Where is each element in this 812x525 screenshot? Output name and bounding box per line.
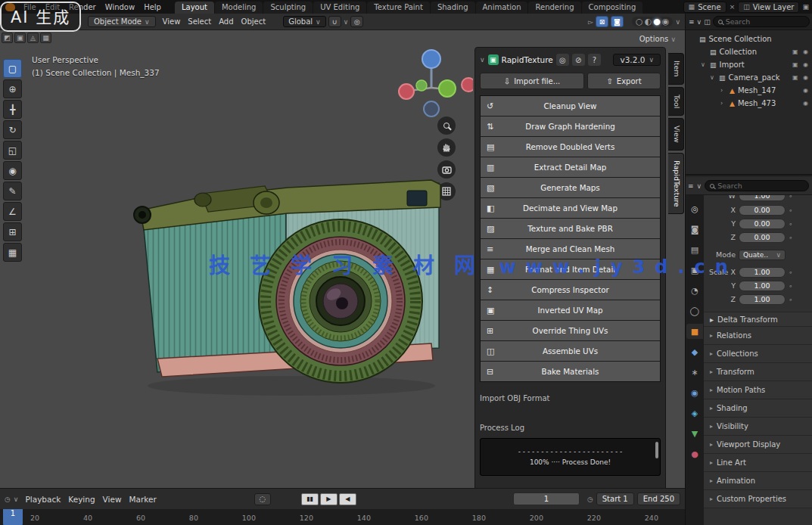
mode-dropdown[interactable]: Object Mode ∨ [88,16,156,27]
timeline-menu-item[interactable]: View [99,495,126,504]
properties-tab[interactable]: ◙ [686,222,703,237]
addon-action-button[interactable]: ▤ Remove Doubled Verts [481,137,660,157]
property-section-header[interactable]: ▸ Viewport Display [704,436,812,454]
gizmo-toggle-icon[interactable]: ◙ [611,16,624,27]
scene-close-icon[interactable]: × [730,3,736,11]
viewport-mini-icon[interactable]: ▦ [40,33,51,43]
workspace-tab[interactable]: UV Editing [313,2,366,14]
rotation-mode-dropdown[interactable]: Quate.. ∨ [739,250,786,260]
sidebar-tab[interactable]: Tool [668,87,684,116]
viewport-mini-icon[interactable]: ◩ [2,33,13,43]
playhead[interactable]: 1 [3,509,23,525]
tool-button[interactable]: ✎ [3,182,22,200]
auto-keying-button[interactable]: ◌ [254,493,271,505]
display-mode-icon[interactable]: ◫ [704,18,711,26]
addon-action-button[interactable]: ▨ Texture and Bake PBR [481,219,660,238]
addon-action-button[interactable]: ▣ Inverted UV Map [481,300,660,320]
properties-tab[interactable]: ▣ [686,262,703,278]
properties-tab[interactable]: ● [686,446,703,461]
addon-action-button[interactable]: ⊟ Bake Materials [481,362,660,381]
workspace-tab[interactable]: Texture Paint [367,2,430,14]
scale-value-field[interactable]: 1.00 [739,281,786,291]
chevron-down-icon[interactable]: ∨ [344,18,349,26]
material-shading-icon[interactable]: ● [653,17,661,26]
collapse-chevron-icon[interactable]: ∨ [480,56,485,64]
camera-3d-model[interactable] [114,157,462,401]
timeline-menu-item[interactable]: Marker [126,495,160,504]
workspace-tab[interactable]: Rendering [528,2,580,14]
addon-action-button[interactable]: ◧ Decimate and View Map [481,198,660,218]
snap-toggle-icon[interactable]: ⊠ [596,16,608,27]
animate-dot-icon[interactable]: ∘ [789,207,793,214]
workspace-tab[interactable]: Compositing [582,2,643,14]
addon-action-button[interactable]: ⊞ Override Thing UVs [481,321,660,340]
scale-value-field[interactable]: 1.00 [739,267,786,278]
frame-end-field[interactable]: End 250 [637,492,680,505]
timeline-menu-item[interactable]: Playback [21,495,64,504]
workspace-tab[interactable]: Modeling [215,2,263,14]
properties-filter-icon[interactable]: ≡ [688,182,694,190]
viewport-menu-item[interactable]: Object [238,17,270,26]
viewport-menu-item[interactable]: Add [215,17,237,26]
delta-transform-header[interactable]: ▸ Delta Transform [704,312,812,327]
pan-button[interactable] [437,138,456,157]
sidebar-tab[interactable]: Item [668,53,684,85]
outliner-row[interactable]: ∨ ▥ Import ▣ ◉ [686,58,812,71]
outliner-row[interactable]: ∨ ▥ Camera_pack ▣ ◉ [686,71,812,84]
animate-dot-icon[interactable]: ∘ [789,195,793,200]
discord-link-icon[interactable]: ⊘ [572,54,585,66]
rotation-value-field[interactable]: 0.00 [739,205,786,216]
property-section-header[interactable]: ▸ Motion Paths [704,381,812,399]
wireframe-shading-icon[interactable]: ○ [636,17,643,26]
addon-action-button[interactable]: ▥ Extract Detail Map [481,157,660,177]
property-section-header[interactable]: ▸ Visibility [704,418,812,436]
editor-type-clock-icon[interactable]: ◷ [5,495,11,503]
outliner-row[interactable]: ▤ Collection ▣ ◉ [686,45,812,58]
sidebar-tab[interactable]: RapidTexture [668,153,684,215]
properties-tab[interactable]: ◎ [686,201,703,216]
version-dropdown[interactable]: v3.2.0 ∨ [613,54,661,66]
tool-button[interactable]: ↻ [3,120,22,139]
addon-action-button[interactable]: ▧ Generate Maps [481,178,660,197]
tool-button[interactable]: ⊕ [3,79,22,98]
workspace-tab[interactable]: Shading [431,2,475,14]
properties-tab[interactable]: ◆ [686,344,703,359]
visibility-toggle-icons[interactable]: ◉ [803,100,810,107]
properties-search-input[interactable] [717,182,804,190]
3d-viewport[interactable]: ◩▣◬▦ User Perspective (1) Scene Collecti… [0,30,685,488]
viewport-mini-icon[interactable]: ▣ [14,33,26,43]
property-section-header[interactable]: ▸ Transform [704,363,812,381]
addon-action-button[interactable]: ▦ Format and Item Detail [481,259,660,279]
viewport-menu-item[interactable]: View [159,17,185,26]
transport-button[interactable]: ◀ [339,493,356,505]
properties-tab[interactable]: ◔ [686,283,703,298]
view-layer-selector[interactable]: ◫ View Layer [738,2,799,13]
help-button[interactable]: ? [588,54,601,66]
expand-chevron-icon[interactable]: ∨ [710,74,716,81]
orientation-dropdown[interactable]: Global ∨ [283,16,326,27]
outliner-row[interactable]: ▤ Scene Collection [686,33,812,45]
tool-button[interactable]: ◉ [3,161,22,180]
chevron-down-icon[interactable]: ∨ [697,18,702,26]
timeline-menu-item[interactable]: Keying [64,495,98,504]
properties-tab[interactable]: ◉ [686,385,703,400]
chevron-down-icon[interactable]: ∨ [697,182,702,190]
current-frame-field[interactable]: 1 [513,492,580,505]
menu-item[interactable]: Window [101,3,139,11]
select-pointer-icon[interactable]: ▻ [588,18,593,26]
animate-dot-icon[interactable]: ∘ [789,282,793,290]
properties-tab[interactable]: ■ [686,324,703,339]
properties-search[interactable] [705,180,809,191]
workspace-tab[interactable]: Sculpting [263,2,313,14]
properties-tab[interactable]: ▼ [686,426,703,441]
rotation-value-field[interactable]: 0.00 [739,232,786,243]
properties-tab[interactable]: ∗ [686,365,703,380]
visibility-toggle-icons[interactable]: ▣ ◉ [792,74,810,81]
filter-icon[interactable]: ≡ [689,18,695,26]
outliner-row[interactable]: › ▲ Mesh_473 ◉ [686,97,812,110]
options-dropdown[interactable]: Options ∨ [639,35,676,43]
property-section-header[interactable]: ▸ Custom Properties [704,490,812,508]
addon-action-button[interactable]: ≡ Merge and Clean Mesh [481,239,660,259]
frame-start-field[interactable]: Start 1 [596,492,634,505]
process-log-box[interactable]: - - - - - - - - - - - - - - - - - - - - … [480,438,661,476]
